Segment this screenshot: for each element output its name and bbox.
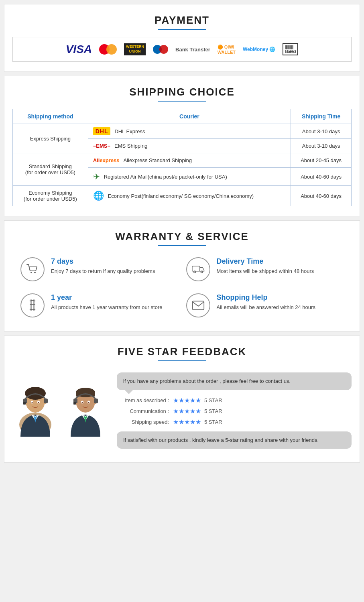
return-heading: 7 days [51, 257, 155, 266]
rating-row-2: Communication : ★★★★★ 5 STAR [117, 407, 352, 415]
year-desc: All products have 1 year warranty from o… [51, 303, 162, 311]
star-label-3: 5 STAR [204, 419, 222, 425]
return-desc: Enjoy 7 days to return if any quality pr… [51, 267, 155, 275]
rating-row-3: Shipping speed: ★★★★★ 5 STAR [117, 418, 352, 426]
express-shipping-method: Express Shipping [13, 124, 88, 153]
svg-point-20 [38, 402, 39, 403]
payment-logos: VISA WESTERNUNION Bank Transfer 🟠 QIWIWA… [12, 37, 352, 62]
warranty-text-delivery: Delivery Time Most items will be shipped… [217, 257, 314, 275]
col-time: Shipping Time [291, 109, 352, 124]
airmail-logo: ✈ [93, 172, 100, 181]
warranty-title: WARRANTY & SERVICE [12, 230, 352, 243]
svg-point-31 [82, 402, 83, 403]
feedback-avatars [12, 372, 109, 437]
warranty-item-help: Shopping Help All emails will be answere… [186, 293, 344, 317]
qiwi-logo: 🟠 QIWIWALLET [218, 45, 236, 55]
dhl-time: About 3-10 days [291, 124, 352, 139]
svg-rect-2 [192, 266, 199, 271]
svg-rect-27 [94, 399, 98, 403]
bubble-top-text: if you have any problems about the order… [123, 378, 291, 384]
warranty-item-delivery: Delivery Time Most items will be shipped… [186, 257, 344, 281]
col-method: Shipping method [13, 109, 88, 124]
airmail-courier: ✈ Registered Air Mail(china post/e packe… [88, 168, 291, 186]
warranty-item-return: 7 days Enjoy 7 days to return if any qua… [20, 257, 178, 281]
table-row: Express Shipping DHL DHL Express About 3… [13, 124, 352, 139]
maestro-red [159, 45, 168, 54]
un-logo: 🌐 [93, 191, 104, 201]
bank-transfer-logo: Bank Transfer [175, 47, 210, 53]
maestro-logo [153, 44, 168, 55]
table-row: Standard Shipping(for order over USD5) A… [13, 153, 352, 168]
avatar-2 [63, 372, 109, 437]
rating-label-1: Item as described : [117, 397, 173, 403]
ali-name: Aliexpress Standard Shipping [123, 157, 192, 163]
standard-shipping-method: Standard Shipping(for order over USD5) [13, 153, 88, 186]
feedback-underline [158, 360, 206, 361]
shipping-table: Shipping method Courier Shipping Time Ex… [12, 109, 352, 206]
warranty-section: WARRANTY & SERVICE 7 days Enjoy 7 days t… [4, 220, 360, 332]
star-label-1: 5 STAR [204, 397, 222, 403]
svg-point-1 [34, 272, 36, 273]
dhl-name: DHL Express [114, 128, 145, 134]
ali-time: About 20-45 days [291, 153, 352, 168]
mc-right-circle [106, 44, 117, 55]
airmail-time: About 40-60 days [291, 168, 352, 186]
visa-logo: VISA [66, 43, 92, 56]
economy-name: Economy Post(finland economy/ SG economy… [108, 193, 254, 199]
payment-title: PAYMENT [12, 14, 352, 26]
svg-rect-28 [73, 402, 76, 405]
warranty-grid: 7 days Enjoy 7 days to return if any qua… [12, 253, 352, 321]
webmoney-logo: WebMoney 🌐 [243, 47, 275, 52]
delivery-heading: Delivery Time [217, 257, 314, 266]
svg-rect-15 [44, 399, 48, 403]
economy-shipping-method: Economy Shipping(for order under USD5) [13, 186, 88, 206]
boleto-logo: |||||||||||Boletol [283, 43, 298, 55]
year-heading: 1 year [51, 293, 162, 302]
speech-bubble-bottom: If satisfied with our products , kindly … [117, 431, 352, 449]
airmail-name: Registered Air Mail(china post/e packet-… [104, 174, 227, 180]
ratings-container: Item as described : ★★★★★ 5 STAR Communi… [117, 397, 352, 426]
aliexpress-logo: Aliexpress [93, 157, 120, 163]
ali-courier: Aliexpress Aliexpress Standard Shipping [88, 153, 291, 168]
help-desc: All emails will be answered within 24 ho… [217, 303, 315, 311]
economy-time: About 40-60 days [291, 186, 352, 206]
svg-point-4 [201, 271, 203, 273]
col-courier: Courier [88, 109, 291, 124]
shipping-title: SHIPPING CHOICE [12, 86, 352, 98]
feedback-container: if you have any problems about the order… [12, 368, 352, 453]
dhl-courier: DHL DHL Express [88, 124, 291, 139]
economy-courier: 🌐 Economy Post(finland economy/ SG econo… [88, 186, 291, 206]
ems-time: About 3-10 days [291, 139, 352, 153]
payment-underline [158, 29, 206, 30]
truck-icon [186, 257, 210, 281]
western-union-logo: WESTERNUNION [124, 43, 146, 55]
tools-icon [20, 293, 45, 317]
warranty-text-return: 7 days Enjoy 7 days to return if any qua… [51, 257, 155, 275]
avatar-1 [12, 372, 59, 437]
speech-bubble-top: if you have any problems about the order… [117, 372, 352, 390]
feedback-right: if you have any problems about the order… [117, 372, 352, 449]
stars-2: ★★★★★ [173, 407, 201, 415]
warranty-text-help: Shopping Help All emails will be answere… [217, 293, 315, 311]
warranty-underline [158, 245, 206, 246]
svg-rect-8 [192, 301, 203, 309]
rating-label-2: Communication : [117, 408, 173, 414]
feedback-title: FIVE STAR FEEDBACK [12, 346, 352, 358]
warranty-item-year: 1 year All products have 1 year warranty… [20, 293, 178, 317]
rating-label-3: Shipping speed: [117, 419, 173, 425]
help-heading: Shopping Help [217, 293, 315, 302]
cart-icon [20, 257, 45, 281]
email-icon [186, 293, 210, 317]
ems-name: EMS Shipping [114, 143, 147, 149]
svg-point-3 [193, 271, 195, 273]
svg-rect-16 [23, 402, 26, 405]
warranty-text-year: 1 year All products have 1 year warranty… [51, 293, 162, 311]
feedback-section: FIVE STAR FEEDBACK [4, 336, 360, 463]
rating-row-1: Item as described : ★★★★★ 5 STAR [117, 397, 352, 404]
stars-3: ★★★★★ [173, 418, 201, 426]
svg-point-32 [88, 402, 89, 403]
mastercard-logo [99, 44, 117, 55]
shipping-section: SHIPPING CHOICE Shipping method Courier … [4, 76, 360, 216]
delivery-desc: Most items will be shipped within 48 hou… [217, 267, 314, 275]
bubble-bottom-text: If satisfied with our products , kindly … [123, 437, 319, 443]
